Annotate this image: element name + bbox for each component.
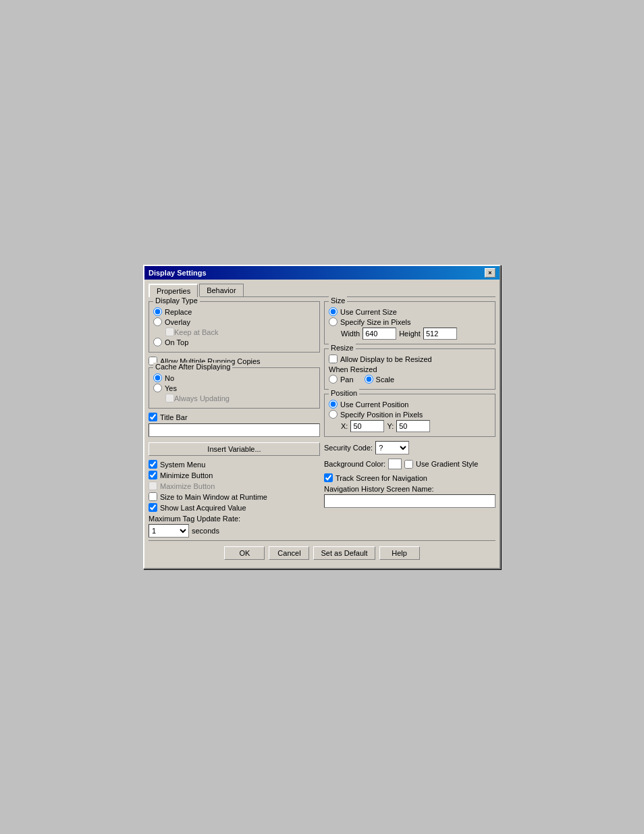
- no-label: No: [165, 374, 174, 382]
- ok-button[interactable]: OK: [224, 546, 265, 560]
- always-updating-row: Always Updating: [165, 394, 315, 402]
- background-color-box[interactable]: [388, 459, 402, 469]
- keep-at-back-checkbox: [165, 328, 174, 336]
- tab-behavior[interactable]: Behavior: [199, 284, 243, 296]
- overlay-label: Overlay: [165, 318, 190, 326]
- position-inner: Use Current Position Specify Position in…: [329, 400, 491, 432]
- system-menu-label: System Menu: [160, 461, 205, 469]
- nav-history-label: Navigation History Screen Name:: [324, 485, 434, 493]
- no-radio[interactable]: [153, 373, 162, 382]
- display-type-group: Display Type Replace Overlay Keep at: [149, 301, 320, 353]
- left-panel: Display Type Replace Overlay Keep at: [149, 301, 320, 538]
- display-type-inner: Replace Overlay Keep at Back On Top: [153, 307, 315, 346]
- overlay-row: Overlay: [153, 317, 315, 326]
- show-last-checkbox[interactable]: [149, 503, 157, 512]
- track-screen-checkbox[interactable]: [324, 473, 333, 482]
- tab-content: Display Type Replace Overlay Keep at: [149, 301, 495, 538]
- checkboxes-section: System Menu Minimize Button Maximize But…: [149, 460, 320, 512]
- background-color-row: Background Color: Use Gradient Style: [324, 459, 495, 469]
- title-bar-input-container: [149, 423, 320, 437]
- when-resized-label: When Resized: [329, 365, 377, 373]
- yes-row: Yes: [153, 384, 315, 392]
- x-label: X:: [341, 422, 348, 430]
- x-input[interactable]: [350, 420, 384, 432]
- keep-at-back-row: Keep at Back: [165, 328, 315, 336]
- right-panel: Size Use Current Size Specify Size in Pi…: [324, 301, 495, 538]
- use-current-size-label: Use Current Size: [340, 308, 397, 316]
- specify-size-label: Specify Size in Pixels: [340, 318, 411, 326]
- scale-radio[interactable]: [365, 375, 373, 384]
- scale-label: Scale: [376, 375, 395, 384]
- always-updating-checkbox: [165, 394, 174, 402]
- title-bar-checkbox[interactable]: [149, 413, 157, 421]
- system-menu-row: System Menu: [149, 460, 320, 469]
- y-label: Y:: [387, 422, 394, 430]
- width-input[interactable]: [363, 328, 396, 340]
- no-row: No: [153, 373, 315, 382]
- nav-history-input[interactable]: [324, 494, 495, 508]
- use-current-size-radio[interactable]: [329, 307, 338, 316]
- on-top-radio[interactable]: [153, 338, 162, 346]
- cancel-button[interactable]: Cancel: [269, 546, 309, 560]
- set-as-default-button[interactable]: Set as Default: [313, 546, 375, 560]
- maximize-btn-checkbox: [149, 481, 157, 490]
- security-code-label: Security Code:: [324, 444, 373, 452]
- specify-pos-row: Specify Position in Pixels: [329, 410, 491, 419]
- dialog-title: Display Settings: [149, 269, 207, 277]
- title-bar-buttons: ×: [485, 268, 495, 278]
- yes-radio[interactable]: [153, 384, 162, 392]
- size-to-main-checkbox[interactable]: [149, 492, 157, 501]
- insert-variable-button[interactable]: Insert Variable...: [149, 442, 320, 456]
- y-input[interactable]: [396, 420, 430, 432]
- use-current-pos-label: Use Current Position: [340, 400, 409, 409]
- pan-scale-row: Pan Scale: [329, 375, 491, 384]
- max-tag-section: Maximum Tag Update Rate: 1 2 5 10 second…: [149, 515, 320, 538]
- size-to-main-row: Size to Main Window at Runtime: [149, 492, 320, 501]
- cache-group: Cache After Displaying No Yes Always: [149, 367, 320, 409]
- maximize-btn-label: Maximize Button: [160, 482, 215, 490]
- max-tag-dropdown[interactable]: 1 2 5 10: [149, 524, 189, 538]
- allow-resize-checkbox[interactable]: [329, 355, 338, 363]
- tab-properties[interactable]: Properties: [149, 284, 198, 297]
- title-bar-input[interactable]: [149, 423, 320, 437]
- specify-pos-radio[interactable]: [329, 410, 338, 419]
- use-gradient-label: Use Gradient Style: [416, 460, 478, 468]
- security-code-dropdown[interactable]: ? 1 2: [375, 441, 409, 454]
- seconds-label: seconds: [192, 527, 219, 535]
- help-button[interactable]: Help: [379, 546, 420, 560]
- specify-size-radio[interactable]: [329, 317, 338, 326]
- overlay-radio[interactable]: [153, 317, 162, 326]
- height-input[interactable]: [423, 328, 457, 340]
- bottom-buttons: OK Cancel Set as Default Help: [149, 540, 495, 564]
- minimize-btn-checkbox[interactable]: [149, 471, 157, 479]
- minimize-btn-row: Minimize Button: [149, 471, 320, 479]
- size-to-main-label: Size to Main Window at Runtime: [160, 493, 267, 501]
- minimize-btn-label: Minimize Button: [160, 471, 213, 479]
- system-menu-checkbox[interactable]: [149, 460, 157, 469]
- dialog-content: Properties Behavior Display Type Replace: [144, 280, 500, 568]
- always-updating-label: Always Updating: [174, 394, 230, 402]
- size-legend: Size: [329, 296, 347, 305]
- replace-radio[interactable]: [153, 307, 162, 316]
- maximize-btn-row: Maximize Button: [149, 481, 320, 490]
- max-tag-row: 1 2 5 10 seconds: [149, 524, 320, 538]
- when-resized-section: When Resized Pan Scale: [329, 365, 491, 384]
- show-last-label: Show Last Acquired Value: [160, 504, 246, 512]
- cache-inner: No Yes Always Updating: [153, 373, 315, 402]
- pan-radio[interactable]: [329, 375, 338, 384]
- security-code-row: Security Code: ? 1 2: [324, 441, 495, 454]
- specify-size-row: Specify Size in Pixels: [329, 317, 491, 326]
- use-current-pos-radio[interactable]: [329, 400, 338, 409]
- position-group: Position Use Current Position Specify Po…: [324, 394, 495, 437]
- use-current-pos-row: Use Current Position: [329, 400, 491, 409]
- use-gradient-checkbox[interactable]: [404, 460, 413, 469]
- on-top-row: On Top: [153, 338, 315, 346]
- display-settings-dialog: Display Settings × Properties Behavior D…: [143, 265, 501, 569]
- title-bar-row: Title Bar: [149, 413, 320, 421]
- background-color-label: Background Color:: [324, 460, 385, 468]
- keep-at-back-label: Keep at Back: [174, 328, 218, 336]
- pan-label: Pan: [340, 375, 354, 384]
- close-button[interactable]: ×: [485, 268, 495, 278]
- specify-pos-label: Specify Position in Pixels: [340, 411, 423, 419]
- xy-row: X: Y:: [341, 420, 491, 432]
